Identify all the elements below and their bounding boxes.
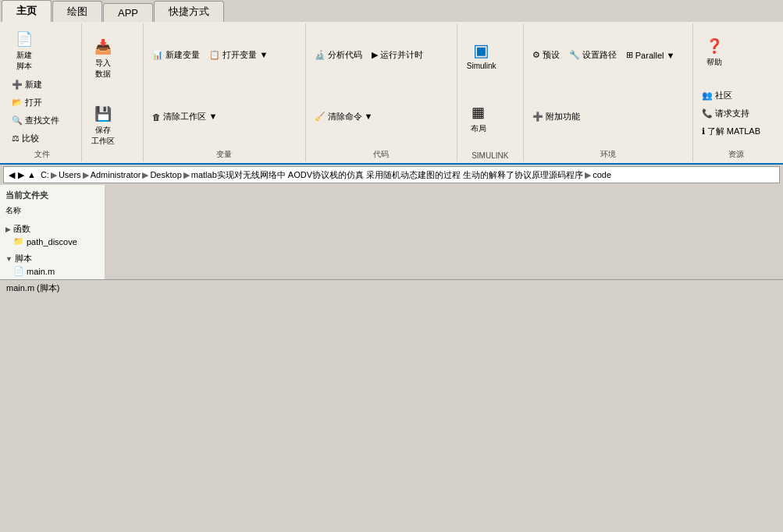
new-script-icon: 📄	[13, 28, 35, 50]
import-label: 导入数据	[95, 58, 111, 80]
file-group-label: 文件	[8, 147, 77, 160]
community-label: 社区	[715, 90, 732, 101]
clear-cmd-icon: 🧹	[315, 112, 326, 122]
support-button[interactable]: 📞 请求支持	[698, 105, 764, 122]
clear-ws-label: 清除工作区 ▼	[163, 111, 217, 122]
path-part-c[interactable]: C:	[41, 170, 49, 179]
new-label: 新建	[25, 79, 42, 90]
path-part-desktop[interactable]: Desktop	[150, 170, 181, 179]
parallel-icon: ⊞	[626, 50, 633, 60]
data-buttons: 📥 导入数据 💾 保存工作区	[87, 25, 138, 158]
analyze-button[interactable]: 🔬 分析代码	[311, 47, 366, 63]
tab-shortcut[interactable]: 快捷方式	[154, 1, 224, 22]
status-text: main.m (脚本)	[6, 282, 59, 294]
ribbon-group-data: 📥 导入数据 💾 保存工作区	[82, 23, 144, 161]
main-m-label: main.m	[27, 267, 55, 276]
resource-buttons: ❓ 帮助 👥 社区 📞 请求支持 ℹ 了解 MATLAB	[698, 25, 775, 147]
ribbon: 📄 新建脚本 ➕ 新建 📂 打开 🔍 查找文件 ⚖ 比较	[0, 22, 783, 165]
path-sep-4: ▶	[183, 170, 190, 180]
layout-icon: ▦	[468, 101, 489, 123]
new-script-label: 新建脚本	[16, 50, 32, 72]
open-label: 打开	[25, 97, 42, 108]
open-button[interactable]: 📂 打开	[8, 94, 63, 111]
learn-icon: ℹ	[702, 126, 705, 137]
find-icon: 🔍	[12, 115, 23, 126]
file-buttons: 📄 新建脚本 ➕ 新建 📂 打开 🔍 查找文件 ⚖ 比较	[8, 25, 77, 147]
help-label: 帮助	[706, 57, 722, 68]
address-bar: ◀ ▶ ▲ C: ▶ Users ▶ Administrator ▶ Deskt…	[3, 166, 780, 183]
sidebar-functions: ▶ 函数 📁 path_discove	[0, 220, 105, 250]
path-discover-label: path_discove	[27, 237, 77, 246]
tab-home[interactable]: 主页	[2, 0, 52, 22]
simulink-button[interactable]: ▣ Simulink	[462, 37, 501, 73]
run-time-label: 运行并计时	[380, 49, 423, 61]
resource-group-label: 资源	[698, 147, 775, 160]
new-script-button[interactable]: 📄 新建脚本	[8, 25, 41, 75]
main-m-item[interactable]: 📄 main.m	[2, 265, 102, 277]
layout-label: 布局	[471, 123, 486, 134]
find-label: 查找文件	[25, 115, 59, 126]
save-label: 保存工作区	[91, 125, 115, 147]
set-path-button[interactable]: 🔧 设置路径	[565, 47, 621, 63]
ribbon-group-simulink: ▣ Simulink ▦ 布局 SIMULINK	[457, 23, 524, 161]
nav-up-btn[interactable]: ▲	[27, 170, 36, 179]
compare-label: 比较	[22, 133, 39, 144]
addon-icon: ➕	[532, 112, 543, 122]
ribbon-group-resources: ❓ 帮助 👥 社区 📞 请求支持 ℹ 了解 MATLAB 资源	[693, 23, 780, 161]
path-part-code[interactable]: code	[593, 170, 611, 179]
save-workspace-button[interactable]: 💾 保存工作区	[87, 100, 119, 150]
find-file-button[interactable]: 🔍 查找文件	[8, 112, 63, 129]
learn-matlab-button[interactable]: ℹ 了解 MATLAB	[698, 123, 764, 140]
current-folder-label: 当前文件夹	[2, 187, 102, 204]
ribbon-group-variable: 📊 新建变量 📋 打开变量 ▼ 🗑 清除工作区 ▼ 变量	[144, 23, 305, 161]
preferences-button[interactable]: ⚙ 预设	[529, 47, 564, 63]
name-col-header: 名称	[2, 204, 102, 218]
var-group-label: 变量	[148, 147, 300, 160]
community-button[interactable]: 👥 社区	[698, 87, 764, 104]
new-var-button[interactable]: 📊 新建变量	[148, 47, 204, 63]
nav-back-btn[interactable]: ◀	[9, 170, 15, 180]
expand-icon: ▶	[5, 225, 11, 233]
clear-ws-icon: 🗑	[152, 112, 161, 122]
open-icon: 📂	[12, 98, 23, 108]
support-label: 请求支持	[715, 108, 749, 119]
path-part-admin[interactable]: Administrator	[91, 170, 141, 179]
clear-cmd-button[interactable]: 🧹 清除命令 ▼	[311, 108, 377, 125]
new-button[interactable]: ➕ 新建	[8, 76, 63, 93]
tab-app[interactable]: APP	[103, 3, 153, 22]
addon-label: 附加功能	[546, 111, 580, 122]
import-icon: 📥	[92, 36, 114, 58]
layout-button[interactable]: ▦ 布局	[462, 98, 495, 137]
nav-forward-btn[interactable]: ▶	[18, 170, 24, 180]
functions-section[interactable]: ▶ 函数	[2, 222, 102, 236]
run-time-button[interactable]: ▶ 运行并计时	[368, 47, 427, 63]
parallel-label: Parallel ▼	[635, 51, 675, 60]
path-part-users[interactable]: Users	[59, 170, 81, 179]
scripts-section-header[interactable]: ▼ 脚本	[2, 252, 102, 265]
open-var-button[interactable]: 📋 打开变量 ▼	[205, 47, 272, 63]
scripts-label: 脚本	[15, 253, 32, 264]
new-var-icon: 📊	[152, 50, 163, 60]
content-area: 当前文件夹 名称 ▶ 函数 📁 path_discove ▼ 脚本 📄 main…	[0, 185, 783, 279]
addon-button[interactable]: ➕ 附加功能	[529, 108, 584, 125]
path-discover-item[interactable]: 📁 path_discove	[2, 236, 102, 247]
tab-draw[interactable]: 绘图	[52, 1, 102, 22]
functions-label: 函数	[13, 223, 30, 235]
env-buttons: ⚙ 预设 🔧 设置路径 ⊞ Parallel ▼ ➕ 附加功能	[529, 25, 688, 147]
compare-button[interactable]: ⚖ 比较	[8, 130, 63, 147]
simulink-icon: ▣	[471, 40, 493, 62]
compare-icon: ⚖	[12, 133, 20, 144]
path-sep-2: ▶	[83, 170, 89, 180]
parallel-button[interactable]: ⊞ Parallel ▼	[622, 48, 679, 62]
path-part-project[interactable]: matlab实现对无线网络中 AODV协议栈的仿真 采用随机动态建图的过程 生动…	[191, 169, 583, 181]
ribbon-group-env: ⚙ 预设 🔧 设置路径 ⊞ Parallel ▼ ➕ 附加功能 环境	[524, 23, 693, 161]
clear-workspace-button[interactable]: 🗑 清除工作区 ▼	[148, 108, 221, 125]
status-bar: main.m (脚本)	[0, 279, 783, 296]
support-icon: 📞	[702, 108, 713, 119]
help-button[interactable]: ❓ 帮助	[698, 32, 731, 71]
path-sep-1: ▶	[51, 170, 57, 180]
import-button[interactable]: 📥 导入数据	[87, 33, 119, 83]
current-folder-section: 当前文件夹 名称	[0, 185, 105, 220]
open-var-label: 打开变量 ▼	[222, 49, 268, 61]
analyze-icon: 🔬	[315, 50, 326, 60]
